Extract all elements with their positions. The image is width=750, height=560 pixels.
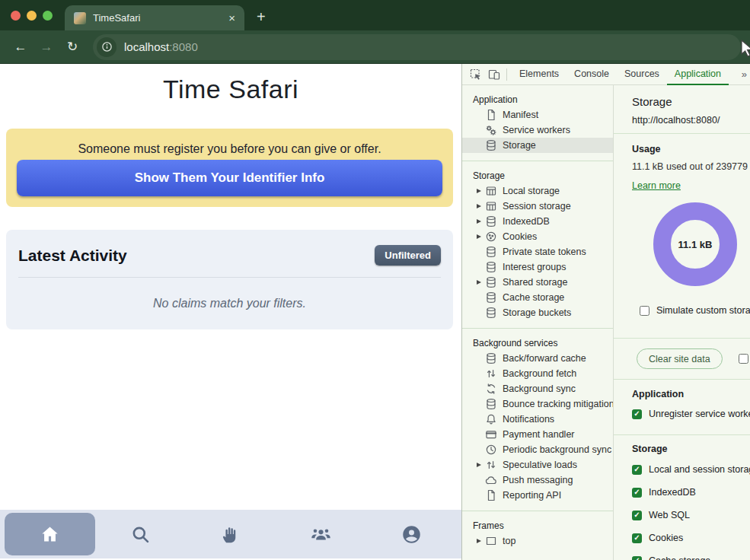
checkbox-row-cache-storage: ✓Cache storage bbox=[632, 549, 750, 560]
tree-item-shared-storage[interactable]: Shared storage bbox=[462, 275, 613, 290]
usage-text: 11.1 kB used out of 239779 bbox=[632, 161, 750, 172]
expander-spacer bbox=[476, 294, 484, 301]
expander-icon[interactable] bbox=[476, 461, 484, 469]
zoom-window-button[interactable] bbox=[43, 11, 53, 21]
show-identifier-info-button[interactable]: Show Them Your Identifier Info bbox=[17, 160, 442, 196]
checkbox-row-unregister-service-workers: ✓Unregister service workers bbox=[632, 404, 750, 424]
devtools-sidebar: ApplicationManifestService workersStorag… bbox=[462, 85, 614, 560]
tree-item-top[interactable]: top bbox=[462, 533, 613, 549]
expander-spacer bbox=[476, 263, 484, 271]
nav-home-button[interactable] bbox=[5, 513, 95, 555]
tree-item-label: Private state tokens bbox=[503, 247, 586, 257]
tree-item-back-forward-cache[interactable]: Back/forward cache bbox=[462, 351, 613, 366]
checkbox-indexeddb[interactable]: ✓ bbox=[632, 488, 642, 498]
sidebar-section-title: Frames bbox=[462, 518, 613, 533]
devtools-tab-elements[interactable]: Elements bbox=[512, 64, 566, 85]
tree-item-storage-buckets[interactable]: Storage buckets bbox=[462, 305, 613, 320]
checkbox-local-and-session-storage[interactable]: ✓ bbox=[632, 465, 642, 475]
nav-contacts-button[interactable] bbox=[276, 513, 366, 555]
tree-item-bounce-tracking-mitigation[interactable]: Bounce tracking mitigation bbox=[462, 396, 613, 412]
tree-item-background-fetch[interactable]: Background fetch bbox=[462, 366, 613, 381]
checkbox-row-web-sql: ✓Web SQL bbox=[632, 504, 750, 527]
expander-icon[interactable] bbox=[476, 218, 484, 225]
expander-icon[interactable] bbox=[476, 202, 484, 210]
expander-icon[interactable] bbox=[476, 278, 484, 286]
learn-more-link[interactable]: Learn more bbox=[632, 180, 681, 191]
device-toolbar-icon[interactable] bbox=[485, 65, 503, 84]
expander-icon[interactable] bbox=[476, 537, 484, 545]
expander-spacer bbox=[476, 111, 484, 119]
tree-item-cookies[interactable]: Cookies bbox=[462, 229, 613, 244]
tree-item-manifest[interactable]: Manifest bbox=[462, 107, 613, 123]
inspect-element-icon[interactable] bbox=[467, 65, 485, 84]
back-button[interactable]: ← bbox=[9, 36, 32, 59]
file-icon bbox=[485, 489, 497, 501]
tree-item-reporting-api[interactable]: Reporting API bbox=[462, 488, 613, 503]
checkbox-row-indexeddb: ✓IndexedDB bbox=[632, 481, 750, 504]
checkbox-simulate-custom-storage-quota[interactable] bbox=[640, 306, 649, 316]
tree-item-private-state-tokens[interactable]: Private state tokens bbox=[462, 244, 613, 259]
tree-item-local-storage[interactable]: Local storage bbox=[462, 183, 613, 199]
forward-button[interactable]: → bbox=[35, 36, 58, 59]
database-icon bbox=[485, 398, 497, 410]
checkbox-label: Local and session storage bbox=[649, 464, 750, 475]
expander-spacer bbox=[476, 400, 484, 408]
database-icon bbox=[485, 291, 497, 304]
nav-search-button[interactable] bbox=[95, 513, 186, 555]
minimize-window-button[interactable] bbox=[27, 11, 37, 21]
devtools-tab-application[interactable]: Application bbox=[667, 64, 729, 85]
tree-item-label: Interest groups bbox=[503, 262, 566, 272]
tree-item-periodic-background-sync[interactable]: Periodic background sync bbox=[462, 442, 613, 457]
devtools-tab-console[interactable]: Console bbox=[566, 64, 617, 85]
checkbox-web-sql[interactable]: ✓ bbox=[632, 511, 642, 520]
search-icon bbox=[130, 524, 151, 545]
tree-item-payment-handler[interactable]: Payment handler bbox=[462, 427, 613, 442]
checkbox-cache-storage[interactable]: ✓ bbox=[632, 556, 642, 560]
tree-item-cache-storage[interactable]: Cache storage bbox=[462, 290, 613, 305]
checkbox-unregister-service-workers[interactable]: ✓ bbox=[632, 409, 642, 419]
checkbox-row-cookies: ✓Cookies bbox=[632, 527, 750, 549]
tree-item-label: Speculative loads bbox=[503, 460, 577, 470]
tree-item-service-workers[interactable]: Service workers bbox=[462, 123, 613, 138]
reload-button[interactable]: ↻ bbox=[61, 36, 84, 59]
expander-icon[interactable] bbox=[476, 187, 484, 195]
more-tabs-icon[interactable]: » bbox=[742, 68, 750, 80]
expander-icon[interactable] bbox=[476, 233, 484, 240]
devtools-panel: ElementsConsoleSourcesApplication » Appl… bbox=[461, 64, 750, 560]
checkbox-cookies[interactable]: ✓ bbox=[632, 533, 642, 543]
mouse-cursor bbox=[740, 40, 750, 58]
database-icon bbox=[485, 261, 497, 273]
tree-item-background-sync[interactable]: Background sync bbox=[462, 381, 613, 396]
database-icon bbox=[485, 276, 497, 288]
expander-spacer bbox=[476, 126, 484, 134]
usage-heading: Usage bbox=[632, 144, 750, 154]
close-window-button[interactable] bbox=[11, 11, 21, 21]
nav-profile-button[interactable] bbox=[366, 513, 457, 555]
page-title: Time Safari bbox=[0, 75, 461, 104]
sidebar-section-title: Background services bbox=[462, 336, 613, 351]
activity-divider bbox=[18, 277, 441, 278]
tree-item-label: Background sync bbox=[503, 383, 576, 394]
tree-item-interest-groups[interactable]: Interest groups bbox=[462, 259, 613, 275]
database-icon bbox=[485, 215, 497, 228]
latest-activity-card: Latest Activity Unfiltered No claims mat… bbox=[6, 230, 453, 329]
tree-item-label: Back/forward cache bbox=[503, 353, 586, 364]
checkbox-including-third-party-cookies[interactable] bbox=[739, 354, 748, 364]
unfiltered-button[interactable]: Unfiltered bbox=[375, 245, 441, 266]
site-info-icon[interactable] bbox=[97, 37, 116, 57]
tree-item-notifications[interactable]: Notifications bbox=[462, 412, 613, 427]
tree-item-speculative-loads[interactable]: Speculative loads bbox=[462, 457, 613, 473]
new-tab-button[interactable]: + bbox=[257, 8, 266, 30]
nav-projects-button[interactable] bbox=[186, 513, 276, 555]
database-icon bbox=[485, 246, 497, 258]
tree-item-session-storage[interactable]: Session storage bbox=[462, 199, 613, 214]
address-input[interactable]: localhost:8080 bbox=[93, 34, 741, 60]
devtools-tabs: ElementsConsoleSourcesApplication bbox=[512, 64, 729, 85]
tree-item-indexeddb[interactable]: IndexedDB bbox=[462, 214, 613, 229]
devtools-tab-sources[interactable]: Sources bbox=[617, 64, 667, 85]
tree-item-storage[interactable]: Storage bbox=[462, 138, 613, 153]
clear-site-data-button[interactable]: Clear site data bbox=[637, 348, 723, 369]
tab-close-icon[interactable]: × bbox=[227, 11, 237, 24]
browser-tab[interactable]: TimeSafari × bbox=[65, 5, 244, 30]
tree-item-push-messaging[interactable]: Push messaging bbox=[462, 473, 613, 488]
